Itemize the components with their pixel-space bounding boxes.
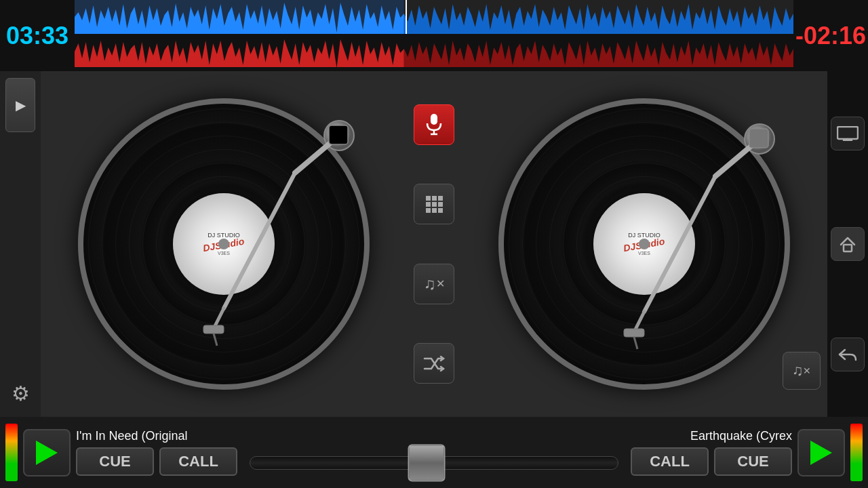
crossfader-track[interactable]: [250, 456, 618, 470]
nav-controls: [827, 71, 868, 417]
main-area: ▶ ⚙ DJ STUDIO DJStud: [0, 71, 868, 417]
left-cue-button[interactable]: CUE: [76, 447, 154, 476]
right-track-name: Earthquake (Cyrex: [690, 429, 792, 443]
grid-button[interactable]: [414, 184, 454, 224]
crossfader-knob[interactable]: [408, 444, 446, 481]
svg-rect-19: [438, 208, 443, 213]
left-play-button[interactable]: ▶: [5, 78, 35, 132]
right-volume-meter: [850, 424, 863, 481]
home-button[interactable]: [831, 227, 865, 261]
right-cue-call-row: CALL CUE: [631, 447, 792, 476]
right-record-label: DJ STUDIO DJStudio V3ES: [593, 193, 695, 295]
svg-rect-12: [432, 196, 437, 201]
right-turntable[interactable]: DJ STUDIO DJStudio V3ES: [498, 98, 790, 390]
left-play-icon: [36, 441, 58, 465]
left-platter[interactable]: DJ STUDIO DJStudio V3ES: [78, 98, 370, 390]
svg-rect-8: [431, 114, 437, 125]
left-side-controls: ▶ ⚙: [0, 71, 41, 417]
screen-button[interactable]: [831, 117, 865, 150]
right-music-button[interactable]: ♫✕: [783, 352, 821, 390]
left-spindle: [218, 239, 229, 249]
svg-rect-16: [438, 202, 443, 207]
svg-rect-27: [837, 127, 858, 139]
left-call-button[interactable]: CALL: [159, 447, 237, 476]
turntables-area: DJ STUDIO DJStudio V3ES: [41, 71, 827, 417]
svg-rect-7: [329, 125, 348, 144]
left-volume-meter: [5, 424, 18, 481]
right-cue-button[interactable]: CUE: [714, 447, 792, 476]
crossfader-section: [243, 436, 625, 470]
left-record-label: DJ STUDIO DJStudio V3ES: [173, 193, 275, 295]
left-turntable[interactable]: DJ STUDIO DJStudio V3ES: [78, 98, 370, 390]
svg-rect-26: [749, 129, 768, 148]
waveform-top[interactable]: [75, 0, 793, 34]
playhead: [406, 0, 407, 34]
svg-rect-18: [432, 208, 437, 213]
time-elapsed: 03:33: [0, 22, 75, 50]
right-play-icon: [810, 441, 832, 465]
svg-rect-11: [426, 196, 431, 201]
svg-rect-15: [432, 202, 437, 207]
left-deck: DJ STUDIO DJStudio V3ES: [41, 71, 407, 417]
left-track-name: I'm In Need (Original: [76, 429, 237, 443]
right-call-button[interactable]: CALL: [631, 447, 709, 476]
right-spindle: [639, 239, 650, 249]
settings-gear-icon[interactable]: ⚙: [3, 376, 37, 410]
right-platter[interactable]: DJ STUDIO DJStudio V3ES: [498, 98, 790, 390]
waveform-section: 03:33 -02:16: [0, 0, 868, 71]
waveform-container[interactable]: [75, 0, 793, 71]
bottom-bar: I'm In Need (Original CUE CALL Earthquak…: [0, 417, 868, 488]
svg-rect-17: [426, 208, 431, 213]
svg-rect-30: [844, 245, 852, 251]
left-play-button-bottom[interactable]: [23, 429, 71, 476]
waveform-bottom[interactable]: [75, 37, 793, 67]
right-deck: DJ STUDIO DJStudio V3ES: [461, 71, 827, 417]
center-controls: ♫✕: [407, 71, 461, 417]
svg-rect-14: [426, 202, 431, 207]
music-minus-button[interactable]: ♫✕: [414, 264, 454, 304]
svg-rect-13: [438, 196, 443, 201]
left-track-controls: I'm In Need (Original CUE CALL: [76, 429, 237, 476]
left-cue-call-row: CUE CALL: [76, 447, 237, 476]
back-button[interactable]: [831, 338, 865, 371]
right-track-controls: Earthquake (Cyrex CALL CUE: [631, 429, 792, 476]
time-remaining: -02:16: [793, 22, 868, 50]
shuffle-button[interactable]: [414, 343, 454, 384]
mic-button[interactable]: [414, 104, 454, 145]
right-play-button-bottom[interactable]: [797, 429, 845, 476]
